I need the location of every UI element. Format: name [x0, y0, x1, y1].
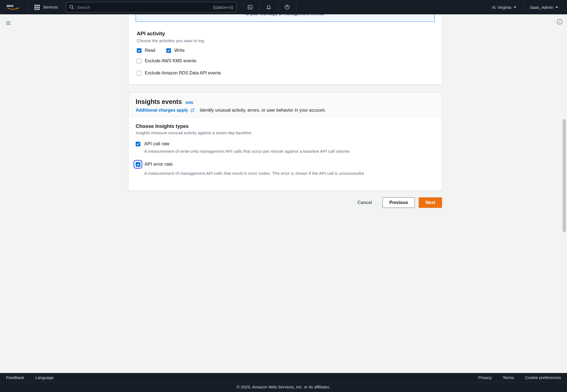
aws-logo[interactable]: aws [7, 4, 19, 11]
search-icon [69, 5, 74, 10]
services-grid-icon [34, 5, 40, 10]
svg-point-1 [70, 5, 73, 8]
region-label: N. Virginia [492, 5, 511, 10]
account-menu[interactable]: Saas_Admin [525, 3, 563, 11]
bell-icon [266, 4, 271, 10]
search-input[interactable] [74, 5, 213, 10]
services-menu-button[interactable]: Services [32, 4, 60, 11]
chevron-down-icon [555, 7, 558, 8]
nav-separator [296, 3, 296, 11]
help-icon [284, 4, 290, 10]
nav-icon-group [244, 2, 299, 12]
search-shortcut: [Option+S] [213, 5, 233, 10]
help-button[interactable] [281, 2, 293, 12]
search-box[interactable]: [Option+S] [66, 2, 237, 12]
cloudshell-button[interactable] [244, 2, 256, 12]
nav-separator [28, 3, 28, 11]
nav-separator [259, 3, 260, 11]
nav-separator [523, 3, 523, 11]
top-nav: aws Services [Option+S] N. Virginia Saas… [0, 0, 567, 14]
nav-separator [278, 3, 278, 11]
services-label: Services [43, 5, 58, 9]
svg-text:aws: aws [7, 4, 14, 8]
chevron-down-icon [513, 7, 516, 8]
nav-right: N. Virginia Saas_Admin [488, 3, 563, 11]
region-selector[interactable]: N. Virginia [488, 3, 521, 11]
cloudshell-icon [247, 4, 253, 10]
svg-line-2 [73, 8, 74, 9]
svg-rect-3 [248, 5, 252, 9]
notifications-button[interactable] [263, 2, 274, 12]
account-label: Saas_Admin [530, 5, 553, 10]
